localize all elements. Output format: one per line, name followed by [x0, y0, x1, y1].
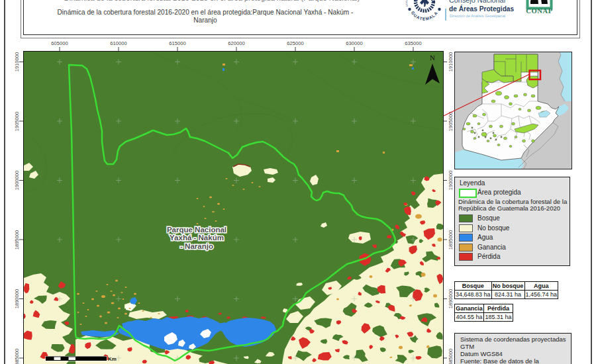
- svg-text:GOBIERNO DE: GOBIERNO DE: [405, 0, 413, 7]
- svg-text:N: N: [430, 54, 435, 62]
- svg-text:Yaxhá - Nakúm: Yaxhá - Nakúm: [170, 234, 224, 242]
- svg-text:Km: Km: [108, 356, 117, 362]
- svg-text:CONAP: CONAP: [526, 7, 552, 15]
- svg-text:Parque Nacional: Parque Nacional: [167, 226, 226, 234]
- svg-text:GUATEMALA: GUATEMALA: [411, 10, 439, 21]
- svg-text:- Naranjo: - Naranjo: [180, 242, 213, 250]
